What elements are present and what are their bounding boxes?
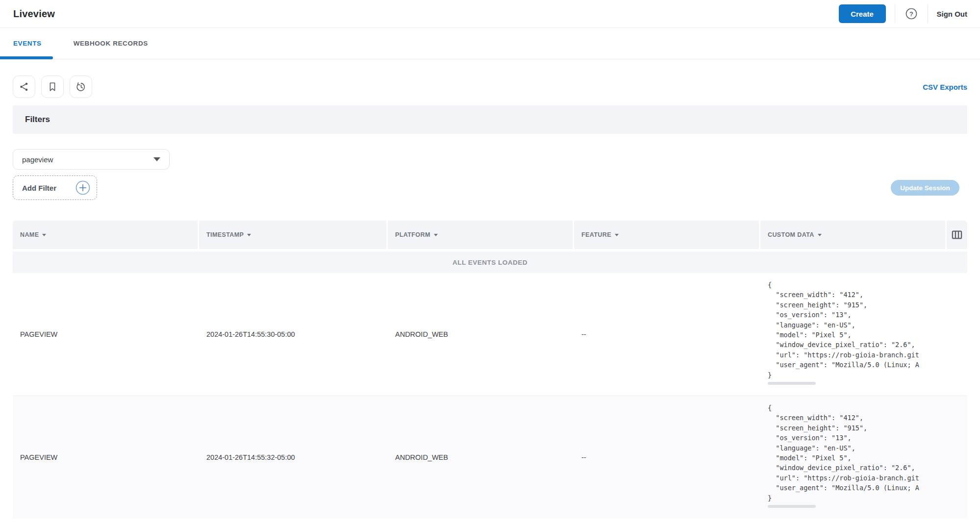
cell-platform: ANDROID_WEB <box>388 273 574 396</box>
table-row[interactable]: PAGEVIEW 2024-01-26T14:55:32-05:00 ANDRO… <box>13 396 967 518</box>
sort-caret-icon <box>818 234 822 236</box>
custom-data-scrollbar[interactable] <box>768 505 816 508</box>
history-icon <box>75 81 86 92</box>
cell-timestamp: 2024-01-26T14:55:32-05:00 <box>199 396 388 518</box>
chevron-down-icon <box>153 157 160 161</box>
filters-title: Filters <box>25 115 50 125</box>
cell-name: PAGEVIEW <box>13 396 199 518</box>
filters-header: Filters <box>13 105 967 134</box>
add-filter-button[interactable]: Add Filter <box>13 175 97 200</box>
header-actions: Create ? Sign Out <box>839 4 968 23</box>
custom-data-json: { "screen_width": "412", "screen_height"… <box>768 403 947 503</box>
filter-actions-row: Add Filter Update Session <box>13 175 967 200</box>
bookmark-button[interactable] <box>41 75 64 98</box>
share-icon <box>19 81 29 92</box>
divider <box>928 4 928 23</box>
share-button[interactable] <box>13 75 35 98</box>
cell-platform: ANDROID_WEB <box>388 396 574 518</box>
svg-text:?: ? <box>909 10 913 18</box>
custom-data-json: { "screen_width": "412", "screen_height"… <box>768 280 947 380</box>
sort-caret-icon <box>247 234 251 236</box>
custom-data-scrollbar[interactable] <box>768 382 816 385</box>
sign-out-link[interactable]: Sign Out <box>937 10 968 18</box>
cell-spacer <box>947 396 967 518</box>
add-filter-label: Add Filter <box>22 184 56 192</box>
table-header-row: NAME TIMESTAMP PLATFORM FEATURE CUSTOM D… <box>13 221 967 249</box>
event-type-selected-value: pageview <box>22 155 53 164</box>
cell-spacer <box>947 273 967 396</box>
sort-caret-icon <box>434 234 438 236</box>
bookmark-icon <box>47 81 58 92</box>
column-header-timestamp[interactable]: TIMESTAMP <box>199 221 386 249</box>
help-button[interactable]: ? <box>904 6 919 21</box>
cell-feature: -- <box>574 396 760 518</box>
column-header-platform[interactable]: PLATFORM <box>388 221 573 249</box>
column-header-feature[interactable]: FEATURE <box>574 221 759 249</box>
create-button[interactable]: Create <box>839 4 886 23</box>
column-header-custom-data[interactable]: CUSTOM DATA <box>760 221 945 249</box>
toolbar: CSV Exports <box>13 75 967 98</box>
columns-icon <box>951 228 963 241</box>
csv-exports-link[interactable]: CSV Exports <box>923 83 967 91</box>
sort-caret-icon <box>42 234 46 236</box>
tab-events[interactable]: EVENTS <box>13 40 42 47</box>
status-banner: ALL EVENTS LOADED <box>13 251 967 273</box>
help-icon: ? <box>905 7 918 20</box>
sort-caret-icon <box>615 234 619 236</box>
column-header-name[interactable]: NAME <box>13 221 198 249</box>
divider <box>895 4 895 23</box>
app-header: Liveview Create ? Sign Out <box>0 0 980 28</box>
column-settings-button[interactable] <box>947 221 967 249</box>
cell-name: PAGEVIEW <box>13 273 199 396</box>
event-type-select[interactable]: pageview <box>13 149 170 170</box>
cell-custom-data: { "screen_width": "412", "screen_height"… <box>760 396 947 518</box>
cell-feature: -- <box>574 273 760 396</box>
cell-custom-data: { "screen_width": "412", "screen_height"… <box>760 273 947 396</box>
active-tab-indicator <box>0 56 53 59</box>
page-title: Liveview <box>13 8 55 20</box>
cell-timestamp: 2024-01-26T14:55:30-05:00 <box>199 273 388 396</box>
main-content: CSV Exports Filters pageview Add Filter … <box>0 75 980 518</box>
tab-bar: EVENTS WEBHOOK RECORDS <box>0 28 980 59</box>
table-row[interactable]: PAGEVIEW 2024-01-26T14:55:30-05:00 ANDRO… <box>13 273 967 396</box>
tab-webhook-records[interactable]: WEBHOOK RECORDS <box>74 40 148 47</box>
plus-circle-icon <box>75 180 91 196</box>
history-button[interactable] <box>70 75 92 98</box>
events-table: NAME TIMESTAMP PLATFORM FEATURE CUSTOM D… <box>13 221 967 518</box>
update-session-button[interactable]: Update Session <box>891 180 959 196</box>
